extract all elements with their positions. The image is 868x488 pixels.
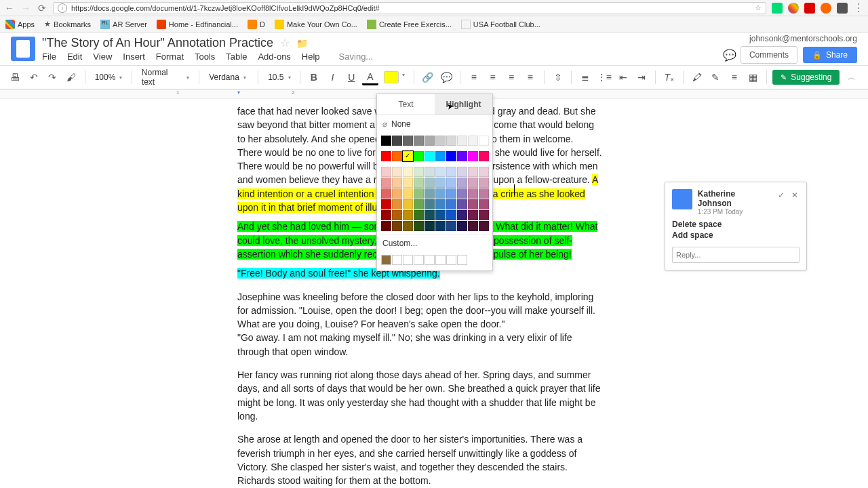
star-document-icon[interactable]: ☆ xyxy=(280,37,290,49)
line-weight-icon[interactable]: ≡ xyxy=(726,69,743,85)
color-swatch[interactable] xyxy=(435,210,446,220)
bookmark-edfinancial[interactable]: Home - Edfinancial... xyxy=(157,20,238,29)
color-swatch[interactable] xyxy=(425,167,435,177)
color-swatch[interactable] xyxy=(414,178,424,188)
highlight-color-button[interactable] xyxy=(384,71,399,83)
color-swatch[interactable] xyxy=(425,178,435,188)
style-dropdown[interactable]: Normal text xyxy=(138,69,193,85)
menu-format[interactable]: Format xyxy=(156,52,184,62)
color-swatch[interactable] xyxy=(468,178,478,188)
reply-input[interactable] xyxy=(672,247,800,263)
tab-text-color[interactable]: Text xyxy=(377,94,435,115)
menu-edit[interactable]: Edit xyxy=(67,52,82,62)
color-swatch[interactable] xyxy=(392,199,402,209)
underline-icon[interactable]: U xyxy=(343,69,359,85)
clear-format-icon[interactable]: Tₓ xyxy=(661,69,677,85)
color-swatch[interactable] xyxy=(446,188,456,199)
border-icon[interactable]: ▦ xyxy=(745,69,762,85)
bookmark-make-your-own[interactable]: Make Your Own Co... xyxy=(275,20,357,29)
increase-indent-icon[interactable]: ⇥ xyxy=(633,69,650,85)
color-swatch[interactable] xyxy=(381,167,391,177)
address-bar[interactable]: i https://docs.google.com/document/d/1-7… xyxy=(53,2,766,14)
suggestion-card[interactable]: Katherine Johnson 1:23 PM Today ✓ ✕ Dele… xyxy=(665,182,807,270)
color-swatch[interactable] xyxy=(479,136,489,146)
ext-icon-2[interactable] xyxy=(788,3,799,14)
redo-icon[interactable]: ↷ xyxy=(44,69,60,85)
bold-icon[interactable]: B xyxy=(306,69,322,85)
color-swatch[interactable] xyxy=(457,221,467,231)
color-swatch[interactable] xyxy=(446,167,456,177)
comment-icon[interactable]: 💬 xyxy=(438,69,454,85)
undo-icon[interactable]: ↶ xyxy=(26,69,42,85)
custom-swatch-empty[interactable] xyxy=(414,255,424,265)
color-swatch[interactable] xyxy=(414,151,424,161)
color-swatch[interactable] xyxy=(414,199,424,209)
comments-button[interactable]: Comments xyxy=(741,46,797,64)
font-size-dropdown[interactable]: 10.5 xyxy=(264,69,294,85)
document-title[interactable]: "The Story of An Hour" Annotation Practi… xyxy=(42,36,273,50)
color-swatch[interactable] xyxy=(435,188,446,199)
ext-icon-3[interactable] xyxy=(804,3,815,14)
user-email[interactable]: johnsonk@mentorschools.org xyxy=(723,34,857,43)
color-swatch[interactable] xyxy=(457,199,467,209)
color-swatch[interactable] xyxy=(392,210,402,220)
link-icon[interactable]: 🔗 xyxy=(420,69,436,85)
color-swatch[interactable] xyxy=(468,210,478,220)
ext-icon-5[interactable] xyxy=(837,3,848,14)
color-swatch[interactable] xyxy=(457,136,467,146)
suggesting-mode-button[interactable]: Suggesting xyxy=(772,70,840,85)
color-swatch[interactable] xyxy=(446,199,456,209)
color-swatch[interactable] xyxy=(435,221,446,231)
color-swatch[interactable] xyxy=(479,151,489,161)
move-folder-icon[interactable]: 📁 xyxy=(296,38,308,49)
color-swatch[interactable] xyxy=(435,151,446,161)
color-swatch[interactable] xyxy=(457,167,467,177)
custom-swatch-empty[interactable] xyxy=(392,255,402,265)
bookmark-ar-server[interactable]: RLAR Server xyxy=(100,20,147,29)
color-swatch[interactable] xyxy=(435,167,446,177)
color-swatch[interactable] xyxy=(392,167,402,177)
color-swatch[interactable] xyxy=(479,178,489,188)
menu-view[interactable]: View xyxy=(93,52,112,62)
color-swatch[interactable] xyxy=(381,210,391,220)
color-swatch[interactable] xyxy=(425,199,435,209)
color-swatch[interactable] xyxy=(457,151,467,161)
menu-tools[interactable]: Tools xyxy=(195,52,215,62)
custom-swatch-empty[interactable] xyxy=(403,255,413,265)
color-swatch[interactable] xyxy=(392,178,402,188)
custom-swatch-1[interactable] xyxy=(381,255,391,265)
color-swatch[interactable] xyxy=(414,167,424,177)
color-swatch[interactable] xyxy=(425,221,435,231)
color-swatch[interactable] xyxy=(425,151,435,161)
color-swatch[interactable] xyxy=(479,210,489,220)
color-swatch[interactable] xyxy=(414,188,424,199)
color-swatch[interactable] xyxy=(468,151,478,161)
ext-icon-4[interactable] xyxy=(821,3,831,14)
docs-logo[interactable] xyxy=(11,37,35,61)
reject-suggestion-icon[interactable]: ✕ xyxy=(790,189,800,201)
color-swatch[interactable] xyxy=(392,151,402,161)
color-swatch[interactable] xyxy=(381,188,391,199)
color-swatch[interactable] xyxy=(435,199,446,209)
menu-insert[interactable]: Insert xyxy=(123,52,145,62)
color-swatch[interactable] xyxy=(457,178,467,188)
reload-button[interactable]: ⟳ xyxy=(37,3,47,14)
custom-swatch-empty[interactable] xyxy=(425,255,435,265)
color-swatch[interactable] xyxy=(403,178,413,188)
align-left-icon[interactable]: ≡ xyxy=(466,69,482,85)
color-swatch[interactable] xyxy=(414,221,424,231)
color-swatch[interactable] xyxy=(381,199,391,209)
color-swatch[interactable] xyxy=(425,188,435,199)
color-swatch[interactable] xyxy=(468,199,478,209)
tab-highlight-color[interactable]: Highlight xyxy=(435,94,492,115)
paint-icon[interactable]: 🖍 xyxy=(689,69,705,85)
menu-table[interactable]: Table xyxy=(226,52,247,62)
color-swatch[interactable] xyxy=(479,199,489,209)
italic-icon[interactable]: I xyxy=(325,69,341,85)
color-swatch[interactable] xyxy=(403,167,413,177)
color-swatch[interactable] xyxy=(468,188,478,199)
site-info-icon[interactable]: i xyxy=(58,3,67,13)
color-swatch[interactable] xyxy=(381,151,391,161)
menu-help[interactable]: Help xyxy=(302,52,320,62)
chat-icon[interactable]: 💬 xyxy=(723,49,735,61)
